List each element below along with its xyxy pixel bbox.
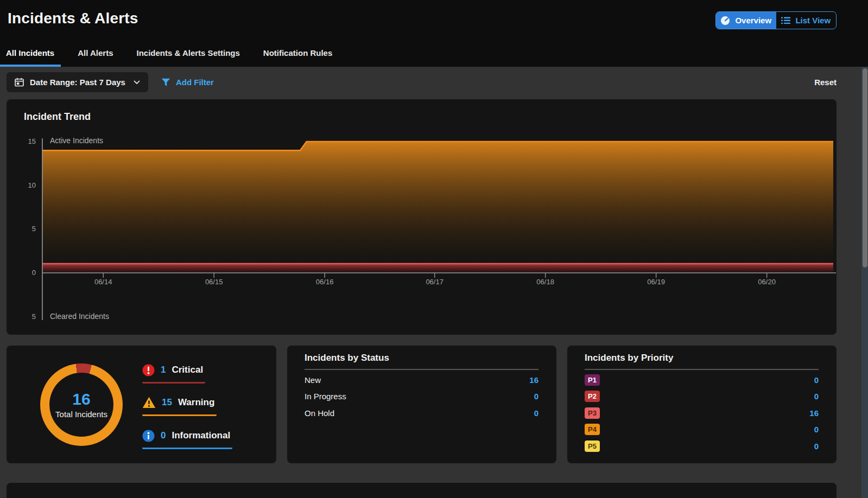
y-axis-tick-0: 0 — [14, 269, 36, 277]
warning-count: 15 — [162, 397, 172, 408]
scrollbar-track[interactable] — [861, 67, 868, 498]
p5-badge: P5 — [585, 440, 600, 452]
tab-all-incidents[interactable]: All Incidents — [6, 48, 54, 67]
status-row-new: New 16 — [305, 372, 538, 388]
content-area: Date Range: Past 7 Days Add Filter Reset — [0, 67, 868, 498]
y-axis-tick-10: 10 — [14, 181, 36, 189]
tab-bar: All Incidents All Alerts Incidents & Ale… — [6, 48, 332, 67]
status-value[interactable]: 0 — [534, 392, 538, 401]
divider — [585, 369, 819, 370]
warning-triangle-icon — [142, 397, 156, 408]
p4-badge: P4 — [585, 424, 600, 435]
list-view-toggle-label: List View — [795, 16, 831, 25]
priority-row-p5: P5 0 — [585, 438, 819, 455]
priority-row-p1: P1 0 — [585, 372, 819, 388]
status-label: On Hold — [305, 408, 334, 418]
p3-badge: P3 — [585, 407, 600, 419]
tab-all-alerts[interactable]: All Alerts — [78, 48, 113, 67]
date-range-label: Date Range: Past 7 Days — [30, 78, 125, 87]
priority-value[interactable]: 16 — [809, 408, 819, 418]
info-circle-icon — [142, 430, 155, 442]
legend-item-informational[interactable]: 0 Informational — [142, 429, 232, 449]
list-view-toggle-button[interactable]: List View — [776, 12, 837, 29]
status-label: In Progress — [305, 392, 346, 401]
priority-row-p2: P2 0 — [585, 388, 819, 405]
status-row-on-hold: On Hold 0 — [305, 405, 538, 422]
reset-button[interactable]: Reset — [814, 78, 837, 87]
add-filter-label: Add Filter — [176, 78, 214, 87]
cleared-incidents-axis-label: Cleared Incidents — [50, 312, 109, 321]
total-incidents-label: Total Incidents — [55, 410, 107, 419]
status-row-list: New 16 In Progress 0 On Hold 0 — [305, 372, 538, 422]
priority-value[interactable]: 0 — [814, 425, 819, 434]
warning-label: Warning — [178, 397, 214, 408]
x-axis-label: 06/15 — [192, 278, 236, 286]
status-row-in-progress: In Progress 0 — [305, 388, 538, 405]
tab-incidents-alerts-settings[interactable]: Incidents & Alerts Settings — [136, 48, 239, 67]
critical-label: Critical — [172, 365, 203, 375]
incidents-by-priority-card: Incidents by Priority P1 0 P2 0 P3 16 P4… — [567, 346, 837, 463]
x-axis-label: 06/14 — [81, 278, 125, 286]
x-axis-label: 06/20 — [745, 278, 789, 286]
status-value[interactable]: 16 — [529, 375, 538, 385]
funnel-icon — [161, 78, 170, 87]
incidents-alerts-page: Incidents & Alerts Overview List View Al… — [0, 0, 868, 498]
priority-value[interactable]: 0 — [814, 442, 819, 451]
p2-badge: P2 — [585, 391, 600, 402]
calendar-icon — [15, 78, 24, 87]
y-axis-tick-5: 5 — [14, 225, 36, 233]
x-axis-label: 06/19 — [635, 278, 678, 286]
x-axis-label: 06/16 — [303, 278, 346, 286]
divider — [305, 369, 538, 370]
incident-trend-chart — [7, 99, 837, 335]
total-incidents-donut-chart: 16 Total Incidents — [40, 363, 123, 446]
priority-value[interactable]: 0 — [814, 392, 819, 401]
critical-count: 1 — [161, 365, 166, 375]
informational-label: Informational — [172, 430, 230, 441]
y-axis-tick-15: 15 — [14, 137, 36, 145]
priority-row-list: P1 0 P2 0 P3 16 P4 0 P5 0 — [585, 372, 819, 455]
critical-circle-icon — [142, 364, 155, 376]
active-incidents-axis-label: Active Incidents — [50, 136, 103, 145]
x-axis-label: 06/17 — [413, 278, 457, 286]
incident-trend-card: Incident Trend Active Incidents Cleared … — [7, 99, 837, 335]
chevron-down-icon — [134, 80, 140, 85]
gauge-icon — [720, 16, 730, 25]
legend-item-critical[interactable]: 1 Critical — [142, 363, 205, 384]
page-title: Incidents & Alerts — [8, 10, 138, 27]
date-range-dropdown[interactable]: Date Range: Past 7 Days — [7, 72, 148, 92]
p1-badge: P1 — [585, 374, 600, 386]
page-header: Incidents & Alerts Overview List View Al… — [0, 0, 868, 67]
overview-toggle-button[interactable]: Overview — [716, 12, 776, 29]
scrollbar-thumb[interactable] — [863, 68, 867, 267]
incidents-by-status-card: Incidents by Status New 16 In Progress 0… — [287, 346, 556, 463]
trend-card-title: Incident Trend — [24, 111, 91, 123]
view-toggle: Overview List View — [715, 11, 837, 29]
donut-center: 16 Total Incidents — [49, 373, 113, 437]
priority-card-title: Incidents by Priority — [585, 353, 673, 363]
next-section-card-partial — [7, 483, 837, 498]
x-axis-label: 06/18 — [524, 278, 567, 286]
add-filter-button[interactable]: Add Filter — [161, 78, 214, 87]
informational-count: 0 — [161, 430, 166, 441]
priority-row-p3: P3 16 — [585, 405, 819, 422]
list-icon — [781, 17, 790, 24]
total-incidents-value: 16 — [72, 391, 90, 408]
overview-toggle-label: Overview — [735, 16, 771, 25]
status-card-title: Incidents by Status — [305, 353, 389, 363]
status-value[interactable]: 0 — [534, 408, 538, 418]
filter-bar: Date Range: Past 7 Days Add Filter Reset — [7, 72, 837, 92]
tab-notification-rules[interactable]: Notification Rules — [263, 48, 333, 67]
priority-value[interactable]: 0 — [814, 375, 819, 385]
status-label: New — [305, 375, 321, 385]
priority-row-p4: P4 0 — [585, 422, 819, 438]
legend-item-warning[interactable]: 15 Warning — [142, 395, 217, 416]
incident-summary-card: 16 Total Incidents 1 Critical — [7, 346, 276, 463]
y-axis-tick-bottom-5: 5 — [14, 312, 36, 321]
